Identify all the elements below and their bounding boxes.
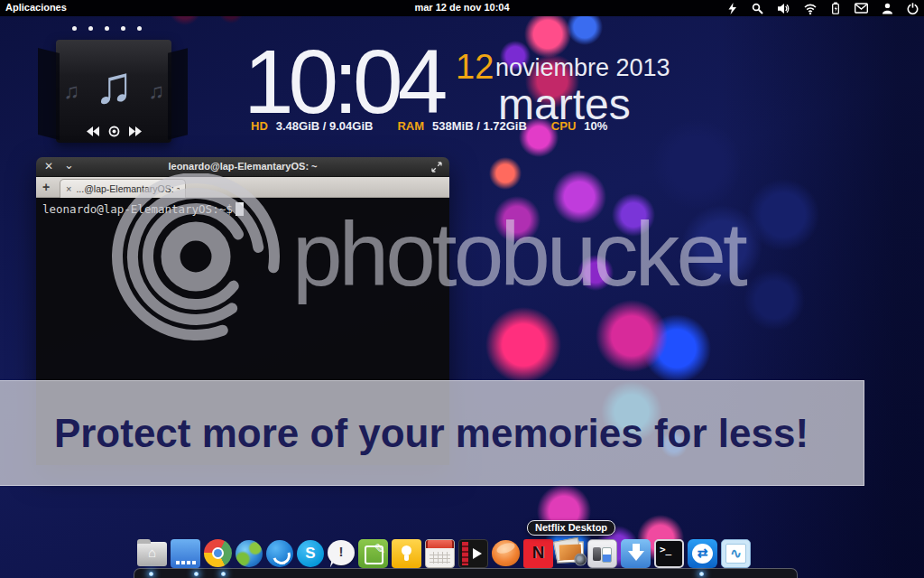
dock-web-browser[interactable]: [236, 540, 263, 567]
mail-icon[interactable]: [855, 3, 868, 14]
power-icon[interactable]: [907, 3, 919, 14]
hd-label: HD: [251, 119, 268, 133]
pager-dot: [105, 26, 109, 31]
dock-netflix[interactable]: [523, 539, 553, 568]
pager-dot: [121, 26, 125, 31]
ram-label: RAM: [397, 119, 424, 133]
pager-dot: [137, 26, 142, 31]
dock-thunderbird[interactable]: [266, 540, 293, 567]
dock: [137, 539, 751, 568]
dock-clementine[interactable]: [492, 540, 520, 566]
photobucket-logo-icon: [101, 173, 295, 344]
dock-switchboard[interactable]: [587, 539, 617, 568]
search-icon[interactable]: [752, 3, 763, 14]
dock-messages[interactable]: [328, 540, 355, 565]
running-indicator: [149, 572, 153, 576]
next-track-icon[interactable]: [128, 126, 143, 136]
dock-calendar[interactable]: [425, 539, 455, 568]
desktop-clock-month: noviembre 2013: [495, 54, 670, 82]
running-indicator: [194, 572, 199, 576]
previous-track-icon[interactable]: [86, 126, 100, 136]
music-note-icon: ♫: [63, 79, 79, 104]
running-indicator: [699, 572, 704, 576]
pager-dot: [88, 26, 93, 31]
dock-chrome[interactable]: [204, 539, 232, 567]
desktop-clock-day: 12: [456, 48, 494, 87]
top-panel: Aplicaciones mar 12 de nov 10:04: [0, 0, 924, 16]
pager-dot: [72, 26, 77, 31]
ram-value: 538MiB / 1.72GiB: [432, 119, 527, 133]
music-note-icon: ♫: [148, 79, 164, 104]
dock-teamviewer[interactable]: [688, 539, 717, 568]
battery-icon[interactable]: [830, 2, 841, 14]
cpu-value: 10%: [584, 119, 607, 133]
volume-icon[interactable]: [777, 3, 790, 14]
photobucket-wordmark: photobucket: [292, 209, 744, 299]
stop-icon[interactable]: [108, 126, 120, 137]
dock-video-player[interactable]: [458, 539, 488, 568]
system-stats: HD 3.48GiB / 9.04GiB RAM 538MiB / 1.72Gi…: [251, 119, 632, 133]
wifi-icon[interactable]: [804, 3, 817, 14]
dock-tooltip: Netflix Desktop: [527, 520, 615, 536]
cpu-label: CPU: [551, 119, 576, 133]
terminal-title: leonardo@lap-ElemantaryOS: ~: [36, 161, 449, 172]
system-tray: [726, 0, 919, 16]
dock-file-manager[interactable]: [137, 542, 167, 566]
new-tab-button[interactable]: +: [42, 180, 50, 194]
dock-system-monitor[interactable]: [721, 539, 751, 568]
user-icon[interactable]: [882, 3, 893, 14]
desktop-clock-time: 10:04: [244, 36, 442, 126]
dock-terminal[interactable]: [654, 539, 684, 568]
tab-close-icon[interactable]: ×: [66, 183, 71, 194]
music-controls: [56, 126, 171, 137]
maximize-icon[interactable]: [431, 162, 442, 176]
music-player-widget[interactable]: ♫ ♫ ♫: [56, 40, 171, 143]
watermark-banner: Protect more of your memories for less!: [0, 380, 864, 486]
energy-icon[interactable]: [726, 3, 738, 14]
dock-notes[interactable]: [392, 539, 421, 568]
music-note-icon: ♫: [94, 59, 134, 111]
banner-text: Protect more of your memories for less!: [54, 411, 808, 456]
dock-text-editor[interactable]: [358, 539, 388, 568]
dock-shelf: [134, 568, 798, 578]
running-indicator: [221, 572, 226, 576]
music-widget-pager[interactable]: [72, 26, 155, 31]
dock-photos[interactable]: [557, 541, 585, 563]
dock-downloads[interactable]: [621, 539, 651, 568]
hd-value: 3.48GiB / 9.04GiB: [276, 119, 374, 133]
screen: Aplicaciones mar 12 de nov 10:04 ♫ ♫ ♫ 1…: [0, 0, 924, 578]
dock-skype[interactable]: [297, 540, 324, 567]
dock-software-center[interactable]: [171, 539, 200, 568]
